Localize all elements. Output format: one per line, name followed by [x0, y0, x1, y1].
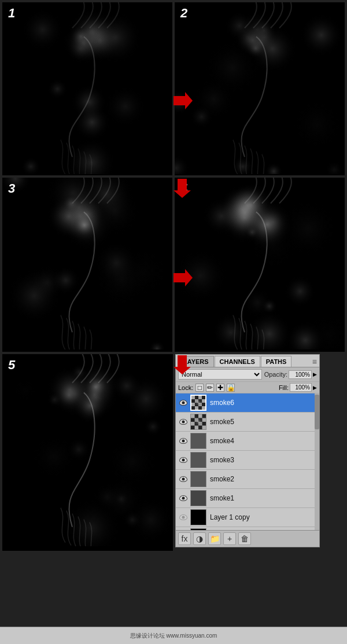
layer-name-smoke4: smoke4	[210, 437, 317, 445]
eye-icon-smoke6	[179, 400, 187, 406]
smoke-canvas-5	[2, 354, 171, 546]
layer-name-smoke1: smoke1	[210, 494, 317, 502]
tab-paths[interactable]: PATHS	[261, 356, 292, 367]
lock-move-icon[interactable]: ✚	[216, 384, 224, 392]
fill-input[interactable]	[290, 383, 312, 392]
layer-name-layer1copy: Layer 1 copy	[210, 513, 317, 521]
smoke-canvas-3	[2, 178, 171, 349]
thumb-canvas-3	[191, 452, 206, 468]
layer-visibility-smoke5[interactable]	[178, 417, 189, 427]
layer-visibility-smoke6[interactable]	[178, 398, 189, 408]
main-container: 1 2 3 4	[0, 0, 347, 644]
layer-name-smoke2: smoke2	[210, 475, 317, 483]
panel-5-number: 5	[8, 358, 15, 373]
fill-label: Fill:	[279, 384, 289, 391]
new-layer-icon[interactable]: +	[223, 532, 236, 545]
lock-all-icon[interactable]: 🔒	[227, 384, 235, 392]
layer-visibility-smoke4[interactable]	[178, 436, 189, 446]
panel-1-number: 1	[8, 6, 15, 21]
layers-scrollbar[interactable]	[315, 393, 319, 530]
thumb-canvas-5	[191, 414, 206, 429]
arrow-down-bottom	[171, 352, 194, 378]
lock-check-icon[interactable]: □	[195, 384, 204, 392]
layer-thumb-layer1copy	[190, 509, 206, 525]
svg-marker-3	[174, 355, 191, 374]
layer-row-layer1copy[interactable]: Layer 1 copy	[176, 508, 319, 527]
tab-channels[interactable]: CHANNELS	[215, 356, 260, 367]
panel-menu-icon[interactable]: ≡	[312, 357, 317, 366]
arrow-right-3	[171, 266, 194, 292]
layer-visibility-smoke2[interactable]	[178, 474, 189, 484]
fill-arrow[interactable]: ▶	[313, 385, 317, 391]
layer-row-smoke6[interactable]: smoke6	[176, 393, 319, 413]
mid-row: 3 4	[0, 176, 347, 353]
smoke-canvas-4	[175, 178, 343, 349]
website-text: 思缘设计论坛 www.missyuan.com	[130, 632, 217, 640]
layer-row-smoke1[interactable]: smoke1	[176, 489, 319, 508]
svg-marker-0	[174, 92, 193, 109]
thumb-canvas-6	[191, 396, 205, 410]
layer-thumb-smoke4	[190, 433, 206, 449]
layer-thumb-smoke5	[190, 414, 206, 430]
svg-marker-1	[174, 179, 191, 198]
smoke-canvas-1	[2, 2, 171, 174]
delete-layer-icon[interactable]: 🗑	[238, 532, 251, 545]
arrow-down-icon-2	[171, 352, 194, 376]
layer-thumb-smoke2	[190, 471, 206, 487]
layer-row-smoke3[interactable]: smoke3	[176, 451, 319, 470]
panel-2: 2	[175, 2, 345, 175]
layer-visibility-smoke3[interactable]	[178, 455, 189, 465]
thumb-canvas-4	[191, 433, 206, 448]
lock-label: Lock:	[178, 384, 193, 391]
top-row: 1 2	[0, 0, 347, 176]
layer-name-smoke5: smoke5	[210, 418, 317, 426]
eye-icon-smoke5	[179, 419, 187, 425]
eye-icon-layer1copy	[179, 514, 187, 520]
panel-1: 1	[2, 2, 172, 175]
fill-control: Fill: ▶	[279, 383, 317, 392]
eye-icon-smoke1	[179, 495, 187, 501]
thumb-canvas-1	[191, 491, 206, 506]
thumb-canvas-2	[191, 472, 206, 487]
bottom-bar: 思缘设计论坛 www.missyuan.com	[0, 627, 347, 644]
arrow-right-icon	[171, 89, 194, 112]
opacity-control: Opacity: 100% ▶	[264, 370, 317, 379]
layer-visibility-smoke1[interactable]	[178, 493, 189, 503]
opacity-input[interactable]: 100%	[289, 370, 312, 379]
layers-panel: LAYERS CHANNELS PATHS ≡ Normal Opacity: …	[175, 354, 320, 547]
layer-row-layer1[interactable]: Layer 1	[176, 527, 319, 530]
layer-row-smoke4[interactable]: smoke4	[176, 432, 319, 451]
blend-mode-row: Normal Opacity: 100% ▶	[176, 367, 319, 382]
lock-row: Lock: □ ✏ ✚ 🔒 Fill: ▶	[176, 382, 319, 393]
layer-thumb-smoke1	[190, 490, 206, 506]
layer-name-smoke3: smoke3	[210, 456, 317, 464]
arrow-right-icon-2	[171, 266, 194, 289]
layer-thumb-smoke6	[190, 395, 206, 411]
layers-panel-area: LAYERS CHANNELS PATHS ≡ Normal Opacity: …	[175, 354, 345, 547]
opacity-arrow[interactable]: ▶	[313, 371, 317, 377]
lock-brush-icon[interactable]: ✏	[206, 384, 214, 392]
arrow-right-1	[171, 89, 194, 115]
scrollbar-thumb	[315, 395, 319, 429]
svg-marker-2	[174, 269, 193, 286]
arrow-down-mid	[171, 176, 194, 201]
panel-5: 5	[2, 354, 173, 551]
arrow-down-icon-1	[171, 176, 194, 199]
layer-thumb-layer1	[190, 528, 206, 530]
eye-icon-smoke3	[179, 457, 187, 463]
layer-row-smoke5[interactable]: smoke5	[176, 413, 319, 432]
new-group-icon[interactable]: 📁	[208, 532, 221, 545]
panel-4: 4	[175, 178, 345, 352]
layer-row-smoke2[interactable]: smoke2	[176, 470, 319, 489]
eye-icon-smoke4	[179, 438, 187, 444]
fx-icon[interactable]: fx	[178, 532, 191, 545]
adjustment-icon[interactable]: ◑	[193, 532, 206, 545]
layers-footer: fx ◑ 📁 + 🗑	[176, 530, 319, 547]
layer-thumb-smoke3	[190, 452, 206, 468]
panel-3-number: 3	[8, 181, 15, 196]
layer-visibility-layer1copy[interactable]	[178, 512, 189, 522]
layers-tabs: LAYERS CHANNELS PATHS ≡	[176, 355, 319, 367]
eye-icon-smoke2	[179, 476, 187, 482]
layers-list: smoke6 smoke5	[176, 393, 319, 530]
opacity-label: Opacity:	[264, 371, 287, 378]
